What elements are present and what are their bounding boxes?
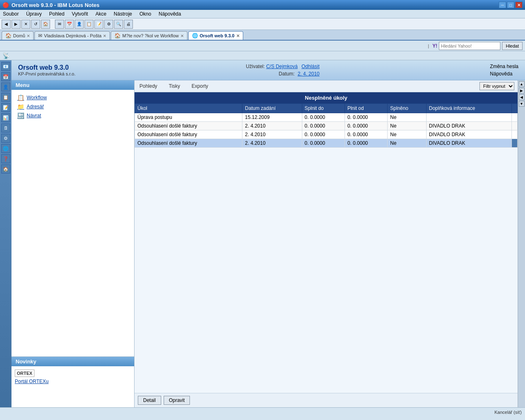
logout-link[interactable]: Odhlásit — [301, 64, 320, 69]
user-info: Uživatel: C/S Dejmková Odhlásit — [246, 64, 320, 69]
view-tab-exporty[interactable]: Exporty — [190, 82, 210, 90]
table-row[interactable]: Úprava postupu 15.12.2009 0. 0.0000 0. 0… — [135, 113, 518, 122]
search-bar: | Y! Hledat — [0, 41, 525, 51]
sidebar-btn-1[interactable]: 📧 — [1, 62, 10, 71]
table-title: Nesplněné úkoly — [135, 92, 518, 103]
sidebar-btn-7[interactable]: 🗓 — [1, 123, 10, 132]
menu-pohled[interactable]: Pohled — [48, 11, 66, 17]
tb-forward[interactable]: ▶ — [11, 20, 21, 29]
minimize-button[interactable]: ─ — [499, 2, 506, 8]
tab-orsoft[interactable]: 🌐 Orsoft web 9.3.0 ✕ — [188, 31, 243, 40]
tab-domu-label: Domů — [13, 33, 25, 38]
tb-back[interactable]: ◀ — [2, 20, 11, 29]
table-body: Úprava postupu 15.12.2009 0. 0.0000 0. 0… — [135, 113, 518, 148]
menu-item-workflow[interactable]: 📋 Workflow — [16, 93, 130, 102]
scroll-right-btn[interactable]: ▶ — [519, 88, 525, 94]
tb-calendar[interactable]: 📅 — [65, 20, 74, 29]
tb-search[interactable]: 🔍 — [114, 20, 123, 29]
menu-nastroje[interactable]: Nástroje — [112, 11, 133, 17]
menu-soubor[interactable]: Soubor — [2, 11, 20, 17]
tab-workflow-close[interactable]: ✕ — [180, 34, 184, 38]
cell-plnit-od: 0. 0.0000 — [345, 122, 387, 130]
tab-domu-close[interactable]: ✕ — [27, 34, 30, 38]
yahoo-icon: Y! — [432, 43, 437, 49]
view-tab-pohledy[interactable]: Pohledy — [138, 82, 159, 90]
date-label: Datum: — [279, 71, 295, 77]
scroll-left-btn[interactable]: ◀ — [519, 94, 525, 100]
tab-bar: 🏠 Domů ✕ ✉ Vladislava Dejmková - Pošta ✕… — [0, 30, 525, 41]
filter-select[interactable]: Filtr vypnut Filtr zapnut — [479, 82, 514, 90]
menu-okno[interactable]: Okno — [138, 11, 153, 17]
sidebar-btn-3[interactable]: 👤 — [1, 82, 10, 91]
sidebar-btn-11[interactable]: 🏠 — [1, 164, 10, 173]
menu-item-adresar[interactable]: 📁 Adresář — [16, 102, 130, 111]
cell-splneno: Ne — [388, 130, 426, 139]
tb-refresh[interactable]: ↺ — [31, 20, 40, 29]
sidebar-btn-9[interactable]: 🌐 — [1, 144, 10, 153]
user-name-link[interactable]: C/S Dejmková — [266, 64, 298, 69]
cell-splnit-do: 0. 0.0000 — [302, 113, 345, 122]
search-input[interactable] — [439, 42, 500, 50]
status-text: Kancelář (síť) — [495, 410, 522, 415]
tb-contacts[interactable]: 👤 — [75, 20, 84, 29]
menu-item-navrat[interactable]: 🔙 Návrat — [16, 111, 130, 120]
menu-upravy[interactable]: Úpravy — [25, 11, 43, 17]
search-separator: | — [428, 43, 429, 48]
table-header-row: Úkol Datum zadání Splnit do Plnit od Spl… — [135, 104, 518, 113]
table-row[interactable]: Odsouhlasení došlé faktury 2. 4.2010 0. … — [135, 122, 518, 130]
tab-workflow[interactable]: 🏠 M?te nov? ?kol ve Workflow ✕ — [111, 31, 187, 40]
tb-print[interactable]: 🖨 — [124, 20, 133, 29]
tab-orsoft-icon: 🌐 — [192, 33, 198, 39]
tb-mail[interactable]: ✉ — [55, 20, 64, 29]
tb-tasks[interactable]: 📋 — [84, 20, 94, 29]
tab-posta-label: Vladislava Dejmková - Pošta — [44, 33, 101, 38]
scroll-down-btn[interactable]: ▼ — [519, 101, 525, 107]
tb-notes[interactable]: 📝 — [94, 20, 103, 29]
sidebar-btn-10[interactable]: ❓ — [1, 154, 10, 163]
sidebar-btn-5[interactable]: 📝 — [1, 103, 10, 112]
ortex-portal-link[interactable]: Portál ORTEXu — [15, 379, 48, 384]
date-info: Datum: 2. 4. 2010 — [246, 71, 320, 77]
data-table: Úkol Datum zadání Splnit do Plnit od Spl… — [135, 103, 518, 148]
search-button[interactable]: Hledat — [502, 42, 523, 50]
sidebar-btn-2[interactable]: 📅 — [1, 72, 10, 81]
tab-domu[interactable]: 🏠 Domů ✕ — [2, 31, 34, 40]
table-row[interactable]: Odsouhlasení došlé faktury 2. 4.2010 0. … — [135, 139, 518, 148]
col-splnit-do: Splnit do — [302, 104, 345, 113]
menu-akce[interactable]: Akce — [94, 11, 108, 17]
maximize-button[interactable]: □ — [507, 2, 514, 8]
sidebar-btn-6[interactable]: 📊 — [1, 113, 10, 122]
detail-button[interactable]: Detail — [138, 396, 161, 405]
cell-ukol: Odsouhlasení došlé faktury — [135, 139, 242, 148]
tb-home[interactable]: 🏠 — [41, 20, 50, 29]
tab-orsoft-close[interactable]: ✕ — [236, 34, 240, 38]
col-ukol: Úkol — [135, 104, 242, 113]
help-link[interactable]: Nápověda — [490, 71, 513, 77]
sidebar-btn-8[interactable]: ⚙ — [1, 134, 10, 143]
tab-posta[interactable]: ✉ Vladislava Dejmková - Pošta ✕ — [34, 31, 110, 40]
date-value[interactable]: 2. 4. 2010 — [298, 71, 320, 77]
tab-posta-close[interactable]: ✕ — [103, 34, 106, 38]
opravit-button[interactable]: Opravit — [164, 396, 190, 405]
menu-vytvorit[interactable]: Vytvořit — [71, 11, 89, 17]
change-password-link[interactable]: Změna hesla — [490, 64, 518, 69]
menu-napoveda[interactable]: Nápověda — [158, 11, 183, 17]
cell-dopln: DIVADLO DRAK — [426, 139, 511, 148]
tab-domu-icon: 🏠 — [5, 33, 11, 39]
tb-settings[interactable]: ⚙ — [104, 20, 113, 29]
cell-ukol: Odsouhlasení došlé faktury — [135, 130, 242, 139]
close-button[interactable]: ✕ — [515, 2, 523, 8]
table-row[interactable]: Odsouhlasení došlé faktury 2. 4.2010 0. … — [135, 130, 518, 139]
tb-stop[interactable]: ✕ — [21, 20, 30, 29]
app-branding: Orsoft web 9.3.0 KP-První potravinářská … — [18, 64, 75, 76]
cell-datum: 2. 4.2010 — [242, 139, 302, 148]
app-subtitle: KP-První potravinářská s.r.o. — [18, 71, 75, 76]
rss-icon: 📡 — [2, 52, 9, 59]
scroll-up-btn[interactable]: ▲ — [519, 81, 525, 87]
view-tab-tisky[interactable]: Tisky — [167, 82, 182, 90]
menu-header: Menu — [11, 80, 134, 90]
app-title: Orsoft web 9.3.0 — [18, 64, 75, 71]
cell-marker — [512, 122, 518, 130]
sidebar-btn-4[interactable]: 📋 — [1, 93, 10, 102]
app-header: Orsoft web 9.3.0 KP-První potravinářská … — [11, 60, 525, 80]
